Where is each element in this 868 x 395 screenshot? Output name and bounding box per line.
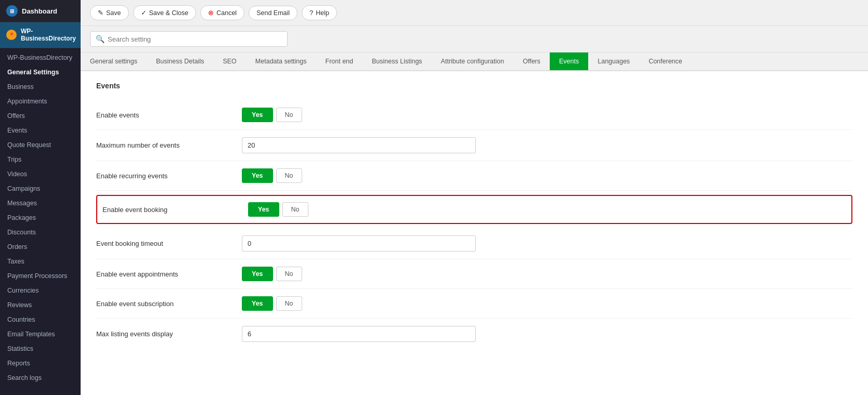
tab-seo[interactable]: SEO	[213, 52, 245, 71]
help-icon: ?	[309, 9, 313, 17]
dashboard-label: Dashboard	[22, 7, 57, 15]
setting-control-event-booking-timeout	[242, 235, 476, 252]
search-bar-wrap: 🔍	[81, 26, 868, 52]
cancel-label: Cancel	[216, 9, 237, 17]
dashboard-icon: ⊞	[6, 5, 18, 17]
sidebar-item-wp-businessdirectory[interactable]: WP-BusinessDirectory	[0, 50, 81, 65]
setting-row-event-booking-timeout: Event booking timeout	[96, 228, 852, 259]
search-input[interactable]	[108, 35, 282, 43]
sidebar-nav: WP-BusinessDirectoryGeneral SettingsBusi…	[0, 48, 81, 387]
tab-offers[interactable]: Offers	[513, 52, 550, 71]
sidebar-item-appointments[interactable]: Appointments	[0, 94, 81, 109]
sidebar-item-statistics[interactable]: Statistics	[0, 341, 81, 356]
plugin-logo[interactable]: 📍 WP-BusinessDirectory	[0, 22, 81, 48]
sidebar-item-reviews[interactable]: Reviews	[0, 298, 81, 312]
search-icon: 🔍	[96, 35, 105, 43]
btn-no-enable-event-booking[interactable]: No	[282, 202, 308, 217]
tab-metadata-settings[interactable]: Metadata settings	[246, 52, 316, 71]
sidebar-item-trips[interactable]: Trips	[0, 152, 81, 167]
sidebar-item-orders[interactable]: Orders	[0, 240, 81, 254]
setting-label-max-listing-events-display: Max listing events display	[96, 330, 242, 338]
sidebar-item-business[interactable]: Business	[0, 80, 81, 94]
tab-conference[interactable]: Conference	[639, 52, 692, 71]
btn-no-enable-events[interactable]: No	[276, 108, 302, 122]
help-label: Help	[316, 9, 329, 17]
btn-yes-enable-events[interactable]: Yes	[242, 108, 273, 122]
plugin-name-label: WP-BusinessDirectory	[21, 28, 76, 43]
save-close-button[interactable]: ✓ Save & Close	[133, 5, 197, 20]
tab-attribute-configuration[interactable]: Attribute configuration	[432, 52, 514, 71]
tab-general-settings[interactable]: General settings	[81, 52, 147, 71]
tab-languages[interactable]: Languages	[588, 52, 639, 71]
plugin-logo-icon: 📍	[6, 30, 17, 40]
sidebar-item-search-logs[interactable]: Search logs	[0, 371, 81, 385]
sidebar-item-general-settings[interactable]: General Settings	[0, 65, 81, 80]
setting-label-enable-event-appointments: Enable event appointments	[96, 270, 242, 278]
dashboard-link[interactable]: ⊞ Dashboard	[0, 0, 81, 22]
setting-control-max-listing-events-display	[242, 326, 476, 342]
setting-label-enable-event-subscription: Enable event subscription	[96, 300, 242, 308]
btn-no-enable-recurring-events[interactable]: No	[276, 168, 302, 183]
setting-control-enable-events: YesNo	[242, 108, 302, 122]
btn-no-enable-event-appointments[interactable]: No	[276, 267, 302, 281]
sidebar: ⊞ Dashboard 📍 WP-BusinessDirectory WP-Bu…	[0, 0, 81, 395]
tabs-row: General settingsBusiness DetailsSEOMetad…	[81, 52, 868, 71]
search-bar: 🔍	[90, 31, 288, 47]
input-max-listing-events-display[interactable]	[242, 326, 476, 342]
send-email-button[interactable]: Send Email	[249, 6, 297, 20]
setting-row-enable-event-subscription: Enable event subscriptionYesNo	[96, 289, 852, 319]
toolbar: ✎ Save ✓ Save & Close ⊗ Cancel Send Emai…	[81, 0, 868, 26]
sidebar-item-packages[interactable]: Packages	[0, 210, 81, 225]
sidebar-item-payment-processors[interactable]: Payment Processors	[0, 269, 81, 283]
setting-row-enable-recurring-events: Enable recurring eventsYesNo	[96, 161, 852, 191]
input-event-booking-timeout[interactable]	[242, 235, 476, 252]
sidebar-item-email-templates[interactable]: Email Templates	[0, 327, 81, 341]
sidebar-item-currencies[interactable]: Currencies	[0, 283, 81, 298]
sidebar-item-countries[interactable]: Countries	[0, 312, 81, 327]
save-close-label: Save & Close	[149, 9, 189, 17]
sidebar-item-quote-request[interactable]: Quote Request	[0, 138, 81, 152]
setting-row-enable-events: Enable eventsYesNo	[96, 100, 852, 130]
sidebar-item-discounts[interactable]: Discounts	[0, 225, 81, 240]
send-email-label: Send Email	[256, 9, 290, 17]
setting-label-enable-event-booking: Enable event booking	[102, 206, 248, 214]
main-content: ✎ Save ✓ Save & Close ⊗ Cancel Send Emai…	[81, 0, 868, 395]
sidebar-item-taxes[interactable]: Taxes	[0, 254, 81, 269]
setting-label-enable-events: Enable events	[96, 111, 242, 119]
save-button[interactable]: ✎ Save	[90, 5, 129, 20]
setting-row-enable-event-booking: Enable event bookingYesNo	[96, 195, 852, 224]
setting-control-enable-event-appointments: YesNo	[242, 267, 302, 281]
btn-yes-enable-recurring-events[interactable]: Yes	[242, 168, 273, 183]
tab-front-end[interactable]: Front end	[316, 52, 363, 71]
help-button[interactable]: ? Help	[302, 5, 337, 20]
input-max-number-events[interactable]	[242, 137, 476, 153]
btn-no-enable-event-subscription[interactable]: No	[276, 296, 302, 311]
btn-yes-enable-event-subscription[interactable]: Yes	[242, 296, 273, 311]
setting-control-max-number-events	[242, 137, 476, 153]
sidebar-item-reports[interactable]: Reports	[0, 356, 81, 371]
save-label: Save	[106, 9, 121, 17]
sidebar-item-campaigns[interactable]: Campaigns	[0, 181, 81, 196]
setting-control-enable-recurring-events: YesNo	[242, 168, 302, 183]
section-title: Events	[96, 82, 852, 90]
setting-row-enable-event-appointments: Enable event appointmentsYesNo	[96, 259, 852, 289]
setting-label-event-booking-timeout: Event booking timeout	[96, 240, 242, 247]
setting-row-max-number-events: Maximum number of events	[96, 130, 852, 161]
setting-label-max-number-events: Maximum number of events	[96, 141, 242, 149]
cancel-icon: ⊗	[208, 9, 214, 17]
btn-yes-enable-event-appointments[interactable]: Yes	[242, 267, 273, 281]
tab-business-listings[interactable]: Business Listings	[362, 52, 432, 71]
setting-row-max-listing-events-display: Max listing events display	[96, 319, 852, 349]
tab-business-details[interactable]: Business Details	[147, 52, 213, 71]
btn-yes-enable-event-booking[interactable]: Yes	[248, 202, 279, 217]
sidebar-item-messages[interactable]: Messages	[0, 196, 81, 210]
sidebar-item-offers[interactable]: Offers	[0, 109, 81, 123]
sidebar-item-events[interactable]: Events	[0, 123, 81, 138]
content-area: Events Enable eventsYesNoMaximum number …	[81, 71, 868, 395]
save-close-icon: ✓	[141, 9, 147, 17]
setting-label-enable-recurring-events: Enable recurring events	[96, 172, 242, 180]
setting-control-enable-event-subscription: YesNo	[242, 296, 302, 311]
tab-events[interactable]: Events	[550, 52, 588, 71]
sidebar-item-videos[interactable]: Videos	[0, 167, 81, 181]
cancel-button[interactable]: ⊗ Cancel	[200, 5, 244, 20]
